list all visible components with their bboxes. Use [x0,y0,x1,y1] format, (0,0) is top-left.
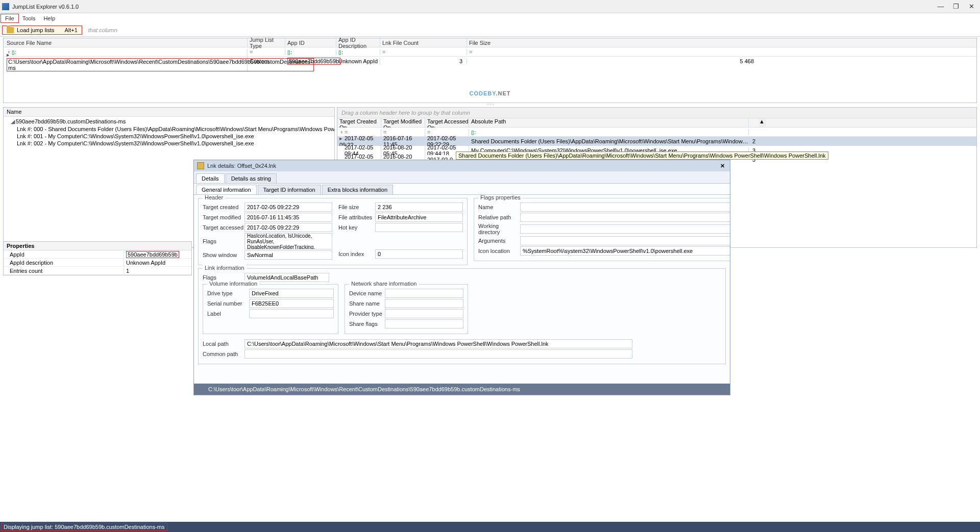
field-flags[interactable]: HasTargetIdList, HasLinkInfo, HasIconLoc… [244,233,332,249]
field-target-created[interactable]: 2017-02-05 09:22:29 [244,202,332,212]
field-args[interactable] [520,236,730,245]
properties-header: Properties [4,242,191,250]
col-absolute-path[interactable]: Absolute Path [469,118,749,127]
cell-size: 5 468 [467,58,758,64]
field-label[interactable] [249,309,334,318]
toolbar: Load jump lists Alt+1 that column [0,23,980,37]
col-desc[interactable]: App ID Description [336,38,380,47]
field-show-window[interactable]: SwNormal [244,250,332,260]
col-appid[interactable]: App ID [285,38,336,47]
shortcut-label: Alt+1 [64,27,77,33]
status-text: Displaying jump list: 590aee7bdd69b59b.c… [1,523,167,531]
dialog-footer: C:\Users\toor\AppData\Roaming\Microsoft\… [194,384,730,395]
field-name[interactable] [520,202,730,212]
field-provider[interactable] [385,309,463,318]
subtab-extra[interactable]: Extra blocks information [322,185,393,194]
titlebar: JumpList Explorer v0.6.1.0 — ❐ ✕ [0,0,980,13]
statusbar: Displaying jump list: 590aee7bdd69b59b.c… [0,522,980,532]
lnk-details-dialog: Lnk details: Offset_0x24.lnk ✕ Details D… [193,160,730,395]
app-icon [2,3,9,10]
field-file-attr[interactable]: FileAttributeArchive [375,213,463,222]
field-icon-index[interactable]: 0 [375,249,463,259]
col-size[interactable]: File Size [467,38,758,47]
grid-header: Source File Name Jump List Type App ID A… [4,38,976,47]
col-source[interactable]: Source File Name [4,38,248,47]
dialog-title: Lnk details: Offset_0x24.lnk [207,163,718,169]
scrollbar[interactable]: ▲ [759,118,766,127]
tab-details-string[interactable]: Details as string [226,173,277,183]
field-local-path[interactable]: C:\Users\toor\AppData\Roaming\Microsoft\… [244,339,632,348]
filter-icon[interactable]: ▯: [287,49,292,55]
properties-panel: Properties AppId 590aee7bdd69b59b AppId … [3,241,192,275]
tree-item[interactable]: Lnk #: 002 - My Computer\C:\Windows\Syst… [4,140,334,147]
fs-volume: Volume information Drive typeDriveFixed … [203,284,338,334]
load-label: Load jump lists [17,27,54,33]
rp-header: Target Created On Target Modified On Tar… [337,118,976,128]
cell-jltype: Custom [248,58,285,64]
field-serial[interactable]: F6B25EE0 [249,299,334,308]
grid-row[interactable]: ▸C:\Users\toor\AppData\Roaming\Microsoft… [4,57,976,66]
col-target-accessed[interactable]: Target Accessed On [425,118,469,127]
menu-file[interactable]: File [1,14,18,22]
fs-link-info: Link information FlagsVolumeIdAndLocalBa… [198,268,726,364]
tree-root[interactable]: ◢590aee7bdd69b59b.customDestinations-ms [4,118,334,125]
tree-item[interactable]: Lnk #: 001 - My Computer\C:\Windows\Syst… [4,133,334,140]
field-target-accessed[interactable]: 2017-02-05 09:22:29 [244,223,332,232]
tree-item[interactable]: Lnk #: 000 - Shared Documents Folder (Us… [4,125,334,133]
field-icon-loc[interactable]: %SystemRoot%\system32\WindowsPowerShell\… [520,246,730,256]
cell-appid: 590aee7bdd69b59b [287,58,340,65]
dialog-body: Header Target created2017-02-05 09:22:29… [194,195,730,384]
subtab-targetid[interactable]: Target ID information [258,185,321,194]
source-grid: Source File Name Jump List Type App ID A… [3,38,977,103]
prop-row[interactable]: AppId 590aee7bdd69b59b [4,250,191,259]
field-share[interactable] [385,299,463,308]
field-hotkey[interactable] [375,223,463,232]
cell-desc: Unknown AppId [336,58,380,64]
field-device[interactable] [385,289,463,298]
col-target-created[interactable]: Target Created On [337,118,381,127]
watermark: CODEBY.NET [470,81,511,99]
dialog-close-icon[interactable]: ✕ [718,163,727,169]
dialog-titlebar[interactable]: Lnk details: Offset_0x24.lnk ✕ [194,160,730,171]
col-count[interactable]: Lnk File Count [380,38,467,47]
menubar: File Tools Help [0,13,980,23]
col-jltype[interactable]: Jump List Type [248,38,285,47]
name-header[interactable]: Name [4,108,334,117]
tooltip: Shared Documents Folder (Users Files)\Ap… [456,151,828,160]
folder-icon [7,27,14,33]
prop-row[interactable]: AppId description Unknown AppId [4,259,191,267]
prop-row[interactable]: Entries count 1 [4,267,191,275]
load-jumplists-button[interactable]: Load jump lists Alt+1 [2,26,82,35]
maximize-icon[interactable]: ❐ [949,2,963,11]
field-file-size[interactable]: 2 236 [375,202,463,212]
window-title: JumpList Explorer v0.6.1.0 [12,4,934,10]
splitter[interactable] [0,103,980,106]
subtab-general[interactable]: General information [196,185,257,194]
close-icon[interactable]: ✕ [965,2,978,11]
outer-tabs: Details Details as string [194,171,730,184]
field-target-modified[interactable]: 2016-07-16 11:45:35 [244,213,332,222]
sub-tabs: General information Target ID informatio… [194,184,730,195]
dialog-icon [197,162,204,169]
field-common-path[interactable] [244,349,632,359]
menu-help[interactable]: Help [39,14,59,22]
field-wd[interactable] [520,224,730,234]
tab-details[interactable]: Details [196,173,225,183]
col-target-modified[interactable]: Target Modified On [381,118,425,127]
group-hint[interactable]: Drag a column header here to group by th… [337,108,976,118]
field-rel[interactable] [520,213,730,222]
toolbar-hint: that column [88,27,117,33]
filter-icon[interactable]: ▯: [338,49,343,55]
fs-flags-props: Flags properties Name Relative path Work… [474,198,730,261]
fs-network: Network share information Device name Sh… [345,284,468,334]
fs-header: Header Target created2017-02-05 09:22:29… [198,198,468,265]
cell-count: 3 [380,58,467,64]
field-drive[interactable]: DriveFixed [249,289,334,298]
menu-tools[interactable]: Tools [18,14,40,22]
minimize-icon[interactable]: — [934,2,947,11]
field-share-flags[interactable] [385,319,463,328]
